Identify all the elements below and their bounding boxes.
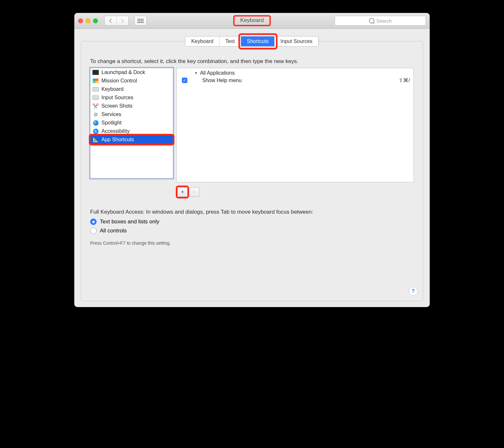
category-label: Launchpad & Dock (101, 69, 145, 75)
search-wrap: Search (335, 16, 426, 26)
screen-shots-icon: ✂️ (92, 103, 99, 109)
tab-input-sources[interactable]: Input Sources (275, 37, 319, 46)
shortcut-label: Show Help menu (202, 78, 242, 83)
category-label: Spotlight (101, 120, 121, 126)
panes: Launchpad & DockMission ControlKeyboardI… (90, 68, 414, 182)
back-button[interactable] (105, 16, 117, 25)
category-mission-control[interactable]: Mission Control (90, 77, 173, 85)
minus-icon: − (193, 189, 196, 196)
category-label: Services (101, 112, 121, 117)
grid-icon (138, 19, 143, 23)
chevron-right-icon (121, 18, 124, 23)
help-icon: ? (412, 288, 415, 294)
chevron-left-icon (109, 18, 112, 23)
radio-all-controls[interactable]: All controls (90, 228, 414, 234)
radio-label: Text boxes and lists only (100, 219, 159, 225)
add-shortcut-button[interactable]: + (177, 187, 187, 197)
group-label: All Applications (200, 70, 235, 76)
accessibility-icon: ♿︎ (92, 128, 99, 134)
tab-text[interactable]: Text (219, 37, 241, 46)
window-title: Keyboard (233, 15, 271, 26)
plus-icon: + (181, 189, 184, 196)
spotlight-icon: 🔍 (92, 120, 99, 126)
nav-back-forward (104, 16, 129, 26)
show-all-button[interactable] (134, 16, 147, 26)
tab-keyboard[interactable]: Keyboard (185, 37, 220, 46)
category-label: Mission Control (101, 78, 137, 84)
radio-label: All controls (100, 228, 127, 234)
instructions-text: To change a shortcut, select it, click t… (90, 58, 414, 65)
content-pane: Keyboard Text Shortcuts Input Sources To… (81, 41, 423, 301)
search-icon (369, 18, 374, 24)
category-label: Screen Shots (101, 103, 132, 109)
add-remove-bar: + − (176, 186, 414, 198)
launchpad-icon (92, 69, 99, 76)
keyboard-icon (92, 94, 99, 101)
category-launchpad-dock[interactable]: Launchpad & Dock (90, 68, 173, 77)
shortcut-detail-list[interactable]: ▼ All Applications ✓ Show Help menu ⇧⌘/ (176, 68, 414, 182)
category-services[interactable]: ⚙Services (90, 110, 173, 119)
tab-bar: Keyboard Text Shortcuts Input Sources (185, 36, 319, 47)
preferences-window: Keyboard Search Keyboard Text Shortcuts … (74, 13, 430, 307)
category-keyboard[interactable]: Keyboard (90, 85, 173, 93)
category-input-sources[interactable]: Input Sources (90, 93, 173, 102)
zoom-window-button[interactable] (93, 18, 98, 23)
disclosure-triangle-icon[interactable]: ▼ (194, 71, 198, 75)
category-label: Input Sources (101, 95, 133, 101)
category-label: Keyboard (101, 86, 124, 92)
full-keyboard-access-options: Text boxes and lists only All controls (90, 219, 414, 234)
radio-icon (90, 219, 97, 225)
gear-icon: ⚙ (92, 111, 99, 118)
highlight-app-shortcuts (89, 134, 174, 145)
search-input[interactable]: Search (335, 16, 426, 26)
group-all-applications[interactable]: ▼ All Applications (194, 70, 410, 76)
radio-icon (90, 228, 97, 234)
highlight-shortcuts-tab (238, 33, 278, 49)
radio-text-boxes-only[interactable]: Text boxes and lists only (90, 219, 414, 225)
shortcut-row[interactable]: ✓ Show Help menu ⇧⌘/ (180, 77, 410, 83)
full-keyboard-access-label: Full Keyboard Access: In windows and dia… (90, 209, 414, 215)
titlebar: Keyboard Search (74, 13, 430, 29)
category-spotlight[interactable]: 🔍Spotlight (90, 119, 173, 127)
forward-button[interactable] (117, 16, 128, 25)
mission-control-icon (92, 78, 99, 84)
category-label: Accessibility (101, 128, 130, 134)
category-list[interactable]: Launchpad & DockMission ControlKeyboardI… (90, 68, 173, 178)
keyboard-icon (92, 86, 99, 92)
full-keyboard-access-hint: Press Control+F7 to change this setting. (90, 240, 414, 246)
window-body: Keyboard Text Shortcuts Input Sources To… (74, 29, 430, 307)
close-window-button[interactable] (78, 18, 83, 23)
checkbox-enabled[interactable]: ✓ (182, 78, 187, 83)
minimize-window-button[interactable] (86, 18, 90, 23)
remove-shortcut-button[interactable]: − (189, 187, 199, 197)
category-screen-shots[interactable]: ✂️Screen Shots (90, 102, 173, 110)
traffic-lights (78, 18, 98, 23)
shortcut-keys[interactable]: ⇧⌘/ (399, 77, 410, 83)
search-placeholder: Search (376, 18, 392, 24)
highlight-add-button: + (176, 186, 189, 198)
help-button[interactable]: ? (409, 287, 418, 296)
